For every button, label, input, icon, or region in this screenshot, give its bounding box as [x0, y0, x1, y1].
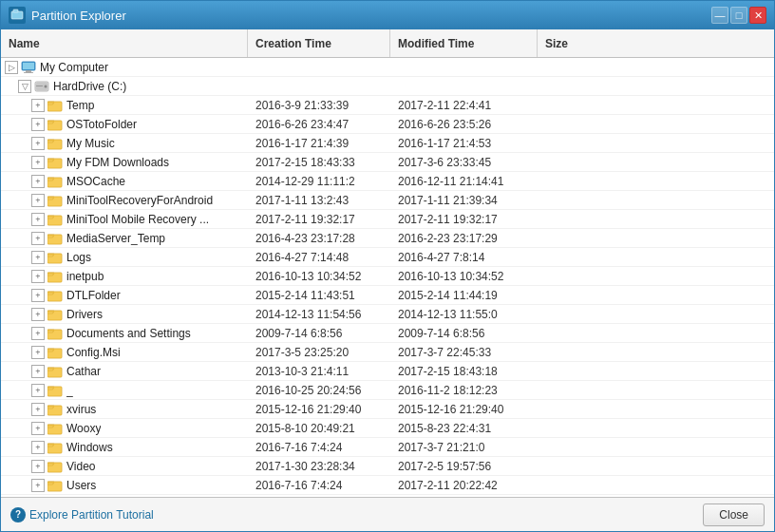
table-row[interactable]: + Drivers 2014-12-13 11:54:56 2014-12-13…	[1, 305, 774, 324]
table-row[interactable]: ▷ My Computer	[1, 58, 774, 77]
row-name: _	[66, 384, 73, 397]
col-size[interactable]: Size	[538, 29, 774, 57]
col-modified[interactable]: Modified Time	[390, 29, 538, 57]
table-row[interactable]: + MSOCache 2014-12-29 11:11:2 2016-12-11…	[1, 172, 774, 191]
cell-creation: 2017-1-30 23:28:34	[248, 460, 390, 473]
folder-icon	[47, 99, 63, 112]
table-row[interactable]: + xvirus 2015-12-16 21:29:40 2015-12-16 …	[1, 400, 774, 419]
cell-name: + inetpub	[1, 270, 248, 283]
cell-name: + _	[1, 384, 248, 397]
cell-creation: 2016-4-27 7:14:48	[248, 251, 390, 264]
file-list[interactable]: ▷ My Computer ▽ HardDrive (C:) +	[1, 58, 774, 497]
cell-name: + Logs	[1, 251, 248, 264]
expand-icon[interactable]: +	[31, 251, 45, 264]
table-row[interactable]: + MiniToolRecoveryForAndroid 2017-1-11 1…	[1, 191, 774, 210]
expand-icon[interactable]: +	[31, 156, 45, 169]
cell-creation: 2016-10-25 20:24:56	[248, 384, 390, 397]
table-row[interactable]: + Documents and Settings 2009-7-14 6:8:5…	[1, 324, 774, 343]
minimize-button[interactable]: —	[711, 7, 728, 24]
expand-icon[interactable]: +	[31, 289, 45, 302]
col-creation[interactable]: Creation Time	[248, 29, 390, 57]
expand-icon[interactable]: +	[31, 99, 45, 112]
cell-name: + Config.Msi	[1, 346, 248, 359]
expand-icon[interactable]: +	[31, 365, 45, 378]
table-row[interactable]: + OSTotoFolder 2016-6-26 23:4:47 2016-6-…	[1, 115, 774, 134]
folder-icon	[47, 251, 63, 264]
cell-name: + Temp	[1, 99, 248, 112]
cell-modified: 2015-8-23 22:4:31	[390, 422, 538, 435]
row-name: inetpub	[66, 270, 104, 283]
row-name: My FDM Downloads	[66, 156, 169, 169]
col-name[interactable]: Name	[1, 29, 248, 57]
cell-modified: 2017-2-11 22:4:41	[390, 99, 538, 112]
table-row[interactable]: + DTLFolder 2015-2-14 11:43:51 2015-2-14…	[1, 286, 774, 305]
cell-modified: 2014-12-13 11:55:0	[390, 308, 538, 321]
tutorial-link[interactable]: ? Explore Partition Tutorial	[10, 507, 154, 522]
cell-name: + Wooxy	[1, 422, 248, 435]
expand-icon[interactable]: +	[31, 403, 45, 416]
table-row[interactable]: + Temp 2016-3-9 21:33:39 2017-2-11 22:4:…	[1, 96, 774, 115]
table-row[interactable]: + My Music 2016-1-17 21:4:39 2016-1-17 2…	[1, 134, 774, 153]
row-name: MiniTool Mobile Recovery ...	[66, 213, 209, 226]
row-name: Users	[66, 479, 96, 492]
main-window: Partition Explorer — □ ✕ Name Creation T…	[0, 0, 775, 532]
table-row[interactable]: + MediaServer_Temp 2016-4-23 23:17:28 20…	[1, 229, 774, 248]
table-row[interactable]: + inetpub 2016-10-13 10:34:52 2016-10-13…	[1, 267, 774, 286]
cell-name: + Users	[1, 479, 248, 492]
title-bar: Partition Explorer — □ ✕	[1, 1, 774, 29]
expand-icon[interactable]: +	[31, 422, 45, 435]
folder-icon	[47, 175, 63, 188]
expand-icon[interactable]: +	[31, 308, 45, 321]
table-row[interactable]: + Cathar 2013-10-3 21:4:11 2017-2-15 18:…	[1, 362, 774, 381]
expand-icon[interactable]: +	[31, 118, 45, 131]
close-window-button[interactable]: ✕	[749, 7, 766, 24]
expand-icon[interactable]: +	[31, 441, 45, 454]
expand-icon[interactable]: +	[31, 384, 45, 397]
expand-icon[interactable]: +	[31, 213, 45, 226]
close-button[interactable]: Close	[703, 504, 765, 526]
table-row[interactable]: ▽ HardDrive (C:)	[1, 77, 774, 96]
maximize-button[interactable]: □	[730, 7, 747, 24]
table-row[interactable]: + Video 2017-1-30 23:28:34 2017-2-5 19:5…	[1, 457, 774, 476]
table-row[interactable]: + Logs 2016-4-27 7:14:48 2016-4-27 7:8:1…	[1, 248, 774, 267]
cell-creation: 2016-1-17 21:4:39	[248, 137, 390, 150]
folder-icon	[47, 308, 63, 321]
cell-name: + Cathar	[1, 365, 248, 378]
folder-icon	[47, 213, 63, 226]
cell-creation: 2017-1-11 13:2:43	[248, 194, 390, 207]
cell-creation: 2015-8-10 20:49:21	[248, 422, 390, 435]
expand-icon[interactable]: +	[31, 346, 45, 359]
table-row[interactable]: + Windows 2016-7-16 7:4:24 2017-3-7 21:2…	[1, 438, 774, 457]
expand-icon[interactable]: +	[31, 175, 45, 188]
expand-icon[interactable]: +	[31, 327, 45, 340]
expand-icon[interactable]: +	[31, 194, 45, 207]
cell-modified: 2017-2-15 18:43:18	[390, 365, 538, 378]
folder-icon	[47, 327, 63, 340]
table-row[interactable]: + MiniTool Mobile Recovery ... 2017-2-11…	[1, 210, 774, 229]
cell-name: + My FDM Downloads	[1, 156, 248, 169]
expand-icon[interactable]: +	[31, 137, 45, 150]
cell-name: + MiniToolRecoveryForAndroid	[1, 194, 248, 207]
table-row[interactable]: + Config.Msi 2017-3-5 23:25:20 2017-3-7 …	[1, 343, 774, 362]
cell-modified: 2017-3-7 21:21:0	[390, 441, 538, 454]
row-name: Wooxy	[66, 422, 101, 435]
cell-name: ▽ HardDrive (C:)	[1, 80, 248, 93]
cell-name: + xvirus	[1, 403, 248, 416]
table-row[interactable]: + _ 2016-10-25 20:24:56 2016-11-2 18:12:…	[1, 381, 774, 400]
table-row[interactable]: + Wooxy 2015-8-10 20:49:21 2015-8-23 22:…	[1, 419, 774, 438]
cell-creation: 2016-6-26 23:4:47	[248, 118, 390, 131]
expand-icon[interactable]: +	[31, 270, 45, 283]
table-row[interactable]: + My FDM Downloads 2017-2-15 18:43:33 20…	[1, 153, 774, 172]
row-name: Windows	[66, 441, 113, 454]
row-name: Drivers	[66, 308, 103, 321]
cell-name: + Windows	[1, 441, 248, 454]
folder-icon	[47, 422, 63, 435]
expand-icon[interactable]: ▽	[18, 80, 31, 93]
folder-icon	[47, 118, 63, 131]
expand-icon[interactable]: +	[31, 232, 45, 245]
expand-icon[interactable]: +	[31, 479, 45, 492]
table-row[interactable]: + Users 2016-7-16 7:4:24 2017-2-11 20:22…	[1, 476, 774, 495]
cell-modified: 2017-2-11 20:22:42	[390, 479, 538, 492]
expand-icon[interactable]: +	[31, 460, 45, 473]
expand-icon[interactable]: ▷	[5, 61, 18, 74]
